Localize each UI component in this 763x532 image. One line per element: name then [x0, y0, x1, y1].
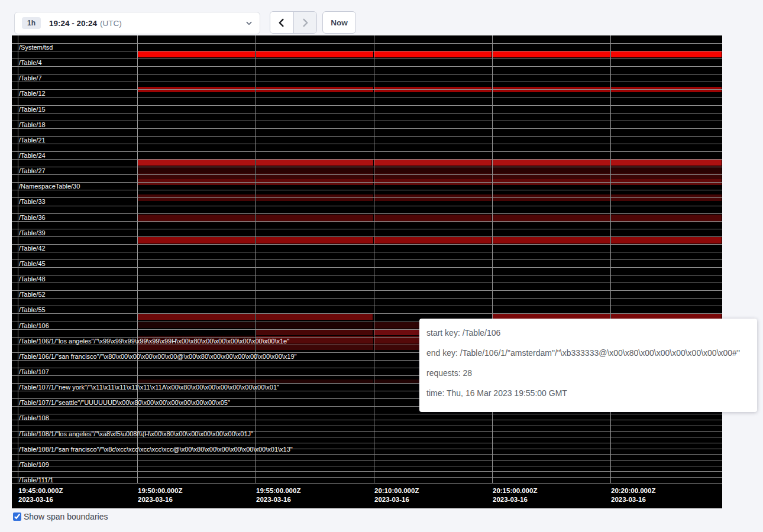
- heatmap-cell[interactable]: [256, 322, 373, 328]
- row-label: /Table/107/1/"seattle"/"UUUUUUD\x00\x80\…: [19, 399, 230, 407]
- span-boundary-line: [12, 244, 722, 245]
- row-label: /Table/108/1/"los angeles"/"\xa8\xf5\u00…: [19, 430, 253, 438]
- row-label: /Table/106: [19, 322, 49, 330]
- row-label: /Table/15: [19, 106, 46, 113]
- show-span-boundaries-checkbox[interactable]: [13, 512, 21, 521]
- span-boundary-line: [12, 483, 722, 484]
- span-boundary-line: [12, 252, 722, 252]
- heatmap-cell[interactable]: [493, 51, 610, 57]
- row-label: /Table/106/1/"los angeles"/"\x99\x99\x99…: [19, 338, 289, 345]
- span-boundary-line: [12, 460, 722, 460]
- span-boundary-line: [12, 66, 722, 67]
- span-boundary-line: [12, 471, 722, 472]
- heatmap-cell[interactable]: [138, 236, 255, 244]
- row-label: /Table/106/1/"san francisco"/"\x80\x00\x…: [19, 353, 297, 361]
- timezone-label: (UTC): [100, 19, 122, 28]
- span-boundary-line: [12, 167, 722, 167]
- tooltip-start-key: start key: /Table/106: [426, 327, 749, 339]
- span-boundary-line: [12, 414, 722, 414]
- x-axis-tick: 19:50:00.000Z2023-03-16: [138, 486, 182, 504]
- heatmap-cell[interactable]: [374, 236, 492, 244]
- span-boundary-line: [12, 290, 722, 291]
- row-label: /Table/4: [19, 59, 42, 67]
- span-boundary-line: [12, 51, 722, 51]
- row-label: /Table/18: [19, 121, 46, 129]
- show-span-boundaries-label: Show span boundaries: [24, 512, 108, 521]
- chevron-right-icon: [300, 18, 309, 27]
- now-button[interactable]: Now: [322, 11, 356, 34]
- x-axis-tick: 19:45:00.000Z2023-03-16: [18, 486, 63, 504]
- x-axis-tick: 19:55:00.000Z2023-03-16: [256, 486, 300, 504]
- heatmap-cell[interactable]: [256, 314, 373, 320]
- span-boundary-line: [12, 426, 722, 426]
- heatmap-cell[interactable]: [138, 322, 255, 328]
- span-boundary-line: [12, 443, 722, 443]
- span-boundary-line: [12, 59, 722, 59]
- span-boundary-line: [12, 267, 722, 268]
- show-span-boundaries[interactable]: Show span boundaries: [13, 512, 108, 521]
- heatmap-cell[interactable]: [256, 159, 373, 166]
- heatmap-cell[interactable]: [611, 159, 722, 166]
- tooltip-end-key: end key: /Table/106/1/"amsterdam"/"\xb33…: [426, 347, 749, 359]
- x-axis-tick: 20:20:00.000Z2023-03-16: [611, 486, 655, 504]
- row-label: /Table/109: [19, 461, 49, 469]
- heatmap-cell[interactable]: [374, 51, 492, 57]
- row-label: /Table/48: [19, 275, 46, 283]
- span-boundary-line: [12, 128, 722, 129]
- prev-time-button[interactable]: [270, 12, 293, 33]
- heatmap-cell[interactable]: [256, 236, 373, 244]
- key-visualizer-page: { "toolbar": { "duration": "1h", "range"…: [0, 0, 763, 532]
- row-label: /Table/111/1: [19, 476, 53, 484]
- span-boundary-line: [12, 190, 722, 190]
- row-label: /Table/52: [19, 291, 46, 299]
- heatmap-cell[interactable]: [493, 236, 610, 244]
- row-label: /Table/7: [19, 74, 42, 82]
- span-boundary-line: [12, 313, 722, 314]
- row-label: /Table/107/1/"new york"/"\x11\x11\x11\x1…: [19, 384, 279, 391]
- span-boundary-line: [12, 420, 722, 420]
- heatmap-cell[interactable]: [138, 51, 255, 57]
- heatmap-cell[interactable]: [138, 159, 255, 166]
- time-nav-group: [270, 11, 317, 34]
- key-visualizer-canvas[interactable]: /System/tsd/Table/4/Table/7/Table/12/Tab…: [12, 35, 722, 508]
- span-boundary-line: [12, 121, 722, 121]
- heatmap-cell[interactable]: [256, 51, 373, 57]
- span-boundary-line: [12, 136, 722, 137]
- heatmap-cell[interactable]: [611, 236, 722, 244]
- span-boundary-line: [12, 306, 722, 306]
- span-boundary-line: [12, 105, 722, 106]
- span-boundary-line: [12, 298, 722, 299]
- tooltip-requests: requests: 28: [426, 367, 749, 379]
- row-label: /Table/39: [19, 229, 46, 237]
- span-boundary-line: [12, 182, 722, 183]
- row-label: /Table/36: [19, 214, 46, 222]
- heatmap-cell[interactable]: [611, 51, 722, 57]
- row-label: /Table/12: [19, 90, 46, 98]
- next-time-button[interactable]: [293, 12, 316, 33]
- x-axis-tick: 20:10:00.000Z2023-03-16: [374, 486, 419, 504]
- heatmap-cell[interactable]: [138, 314, 255, 320]
- row-label: /Table/107: [19, 368, 49, 376]
- x-axis-tick: 20:15:00.000Z2023-03-16: [493, 486, 537, 504]
- row-label: /Table/42: [19, 245, 46, 252]
- time-range-selector[interactable]: 1h 19:24 - 20:24 (UTC): [14, 12, 260, 34]
- row-label: /Table/55: [19, 306, 46, 314]
- span-boundary-line: [12, 275, 722, 275]
- time-range-label: 19:24 - 20:24: [49, 19, 97, 28]
- row-label: /Table/27: [19, 167, 46, 175]
- span-boundary-line: [12, 151, 722, 152]
- row-label: /Table/45: [19, 260, 46, 268]
- row-label: /Table/108: [19, 414, 49, 422]
- row-label: /Table/24: [19, 152, 46, 160]
- span-boundary-line: [12, 74, 722, 74]
- row-label: /Table/21: [19, 137, 46, 144]
- span-boundary-line: [12, 113, 722, 113]
- chevron-down-icon: [245, 20, 253, 27]
- tooltip: start key: /Table/106 end key: /Table/10…: [419, 319, 757, 412]
- span-boundary-line: [12, 236, 722, 237]
- heatmap-cell[interactable]: [374, 159, 492, 166]
- span-boundary-line: [12, 221, 722, 222]
- span-boundary-line: [12, 174, 722, 175]
- row-label: /System/tsd: [19, 44, 53, 51]
- heatmap-cell[interactable]: [493, 159, 610, 166]
